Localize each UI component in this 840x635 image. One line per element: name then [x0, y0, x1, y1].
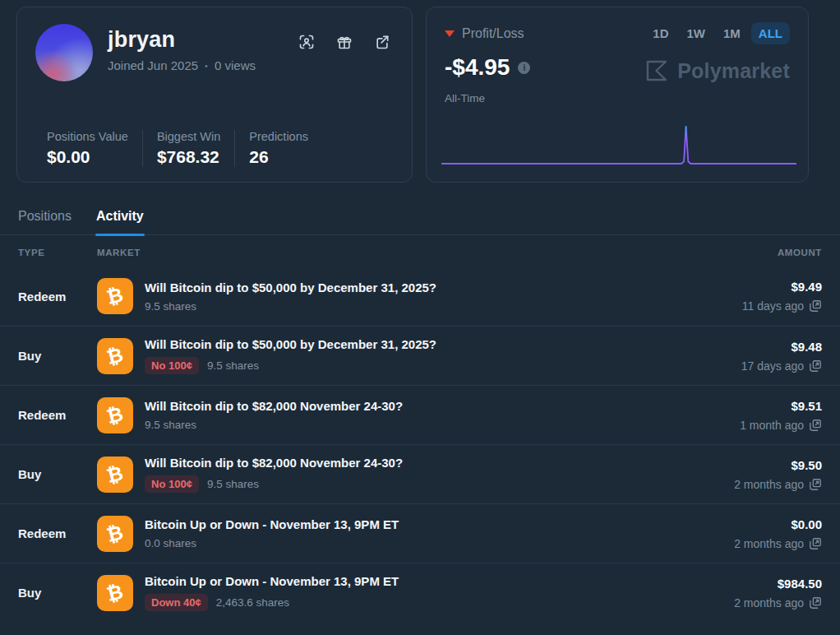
profile-stats: Positions Value $0.00 Biggest Win $768.3…	[47, 130, 322, 167]
timestamp: 2 months ago	[734, 478, 804, 491]
header-amount: AMOUNT	[778, 248, 822, 257]
shares-count: 9.5 shares	[145, 300, 196, 313]
loss-triangle-icon	[445, 30, 455, 37]
stat-label: Positions Value	[47, 130, 128, 143]
stat-label: Biggest Win	[157, 130, 220, 143]
profile-header: jbryan Joined Jun 2025 • 0 views	[35, 24, 394, 81]
activity-type: Redeem	[18, 290, 97, 304]
tx-link-icon[interactable]	[809, 478, 822, 491]
timestamp: 2 months ago	[734, 537, 804, 550]
table-row[interactable]: Redeem ₿ Will Bitcoin dip to $82,000 Nov…	[0, 385, 840, 444]
tx-link-icon[interactable]	[809, 596, 822, 610]
avatar	[35, 24, 93, 81]
market-bitcoin-icon: ₿	[97, 278, 133, 314]
market-title[interactable]: Will Bitcoin dip to $82,000 November 24-…	[145, 456, 403, 470]
amount-value: $0.00	[734, 517, 822, 531]
market-bitcoin-icon: ₿	[97, 516, 133, 552]
amount-value: $9.49	[742, 280, 822, 294]
activity-type: Buy	[18, 349, 97, 363]
market-bitcoin-icon: ₿	[97, 338, 133, 374]
profit-loss-label: Profit/Loss	[445, 26, 524, 41]
stat-positions-value: Positions Value $0.00	[47, 130, 142, 167]
timestamp: 2 months ago	[734, 596, 804, 610]
views-count: 0 views	[215, 58, 256, 72]
stat-predictions: Predictions 26	[234, 130, 322, 167]
table-row[interactable]: Buy ₿ Will Bitcoin dip to $82,000 Novemb…	[0, 444, 840, 503]
polymarket-wordmark: Polymarket	[677, 59, 790, 83]
activity-type: Redeem	[18, 526, 97, 540]
profile-card: jbryan Joined Jun 2025 • 0 views	[16, 7, 413, 183]
face-scan-icon[interactable]	[298, 34, 315, 50]
shares-count: 9.5 shares	[207, 359, 259, 372]
period-label: All-Time	[445, 92, 790, 104]
outcome-badge: No 100¢	[145, 475, 199, 493]
shares-count: 9.5 shares	[207, 478, 259, 490]
table-row[interactable]: Redeem ₿ Bitcoin Up or Down - November 1…	[0, 503, 840, 563]
time-range-selector: 1D 1W 1M ALL	[645, 22, 790, 44]
table-row[interactable]: Redeem ₿ Will Bitcoin dip to $50,000 by …	[0, 267, 840, 326]
tx-link-icon[interactable]	[809, 419, 822, 432]
top-cards: jbryan Joined Jun 2025 • 0 views	[0, 0, 840, 183]
range-1w[interactable]: 1W	[679, 22, 713, 44]
shares-count: 2,463.6 shares	[216, 596, 289, 609]
activity-table: TYPE MARKET AMOUNT Redeem ₿ Will Bitcoin…	[0, 235, 840, 622]
profit-loss-value: -$4.95	[445, 54, 510, 81]
range-1d[interactable]: 1D	[645, 22, 676, 44]
amount-value: $9.48	[741, 340, 822, 354]
profit-loss-card: Profit/Loss 1D 1W 1M ALL -$4.95 i Polyma…	[426, 7, 809, 183]
stat-biggest-win: Biggest Win $768.32	[142, 130, 234, 167]
market-title[interactable]: Will Bitcoin dip to $50,000 by December …	[145, 337, 436, 351]
market-title[interactable]: Will Bitcoin dip to $82,000 November 24-…	[145, 399, 403, 413]
stat-label: Predictions	[249, 130, 308, 143]
table-row[interactable]: Buy ₿ Will Bitcoin dip to $50,000 by Dec…	[0, 326, 840, 385]
range-1m[interactable]: 1M	[716, 22, 748, 44]
market-bitcoin-icon: ₿	[97, 457, 133, 493]
gift-icon[interactable]	[336, 34, 353, 50]
activity-type: Redeem	[18, 408, 97, 422]
header-type: TYPE	[18, 248, 97, 257]
tx-link-icon[interactable]	[809, 537, 822, 550]
tab-activity[interactable]: Activity	[96, 204, 144, 234]
market-title[interactable]: Bitcoin Up or Down - November 13, 9PM ET	[145, 517, 399, 531]
market-bitcoin-icon: ₿	[97, 397, 133, 433]
stat-value: 26	[249, 147, 308, 167]
joined-date: Joined Jun 2025	[108, 58, 198, 72]
external-link-icon[interactable]	[374, 34, 390, 50]
table-row[interactable]: Buy ₿ Bitcoin Up or Down - November 13, …	[0, 563, 840, 622]
activity-type: Buy	[18, 586, 97, 600]
tx-link-icon[interactable]	[809, 359, 822, 373]
tx-link-icon[interactable]	[809, 299, 822, 313]
tab-bar: Positions Activity	[0, 204, 840, 235]
separator-dot: •	[205, 61, 208, 71]
timestamp: 17 days ago	[741, 359, 804, 373]
outcome-badge: Down 40¢	[145, 594, 208, 611]
timestamp: 11 days ago	[742, 299, 804, 313]
market-title[interactable]: Bitcoin Up or Down - November 13, 9PM ET	[145, 574, 399, 588]
stat-value: $0.00	[47, 147, 128, 167]
tab-positions[interactable]: Positions	[18, 204, 72, 234]
timestamp: 1 month ago	[740, 419, 804, 432]
info-icon[interactable]: i	[518, 62, 530, 74]
shares-count: 0.0 shares	[145, 537, 196, 549]
header-market: MARKET	[97, 248, 778, 257]
table-header: TYPE MARKET AMOUNT	[0, 235, 840, 267]
username: jbryan	[108, 27, 256, 53]
activity-type: Buy	[18, 467, 97, 481]
range-all[interactable]: ALL	[751, 22, 790, 44]
polymarket-watermark: Polymarket	[644, 58, 790, 83]
market-title[interactable]: Will Bitcoin dip to $50,000 by December …	[145, 280, 436, 294]
amount-value: $984.50	[734, 577, 822, 591]
market-bitcoin-icon: ₿	[97, 575, 133, 611]
amount-value: $9.51	[740, 399, 822, 413]
outcome-badge: No 100¢	[145, 357, 199, 374]
polymarket-logo-icon	[644, 58, 669, 83]
amount-value: $9.50	[734, 458, 822, 472]
profile-actions	[298, 34, 390, 50]
profile-subtitle: Joined Jun 2025 • 0 views	[108, 58, 256, 72]
stat-value: $768.32	[157, 147, 220, 167]
pl-sparkline	[441, 124, 796, 167]
shares-count: 9.5 shares	[145, 419, 196, 431]
